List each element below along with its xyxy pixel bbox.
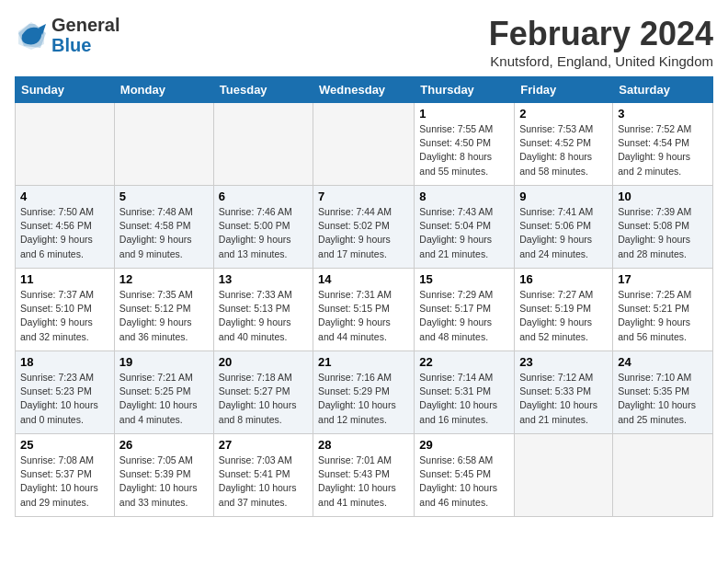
calendar-cell: 9Sunrise: 7:41 AM Sunset: 5:06 PM Daylig… [515,186,613,269]
day-info: Sunrise: 7:33 AM Sunset: 5:13 PM Dayligh… [219,288,308,344]
day-info: Sunrise: 7:01 AM Sunset: 5:43 PM Dayligh… [318,454,409,510]
weekday-header-thursday: Thursday [415,77,515,103]
day-info: Sunrise: 7:44 AM Sunset: 5:02 PM Dayligh… [318,205,409,261]
calendar-cell: 3Sunrise: 7:52 AM Sunset: 4:54 PM Daylig… [613,103,713,186]
calendar-cell: 17Sunrise: 7:25 AM Sunset: 5:21 PM Dayli… [613,269,713,351]
day-info: Sunrise: 7:10 AM Sunset: 5:35 PM Dayligh… [618,371,708,427]
day-info: Sunrise: 7:31 AM Sunset: 5:15 PM Dayligh… [318,288,409,344]
day-info: Sunrise: 7:18 AM Sunset: 5:27 PM Dayligh… [219,371,308,427]
calendar-cell: 20Sunrise: 7:18 AM Sunset: 5:27 PM Dayli… [213,351,313,434]
day-number: 13 [219,272,308,286]
day-number: 27 [219,438,308,452]
day-number: 6 [219,190,308,203]
day-info: Sunrise: 7:27 AM Sunset: 5:19 PM Dayligh… [519,288,608,344]
title-area: February 2024 Knutsford, England, United… [489,15,713,69]
day-number: 8 [419,190,509,203]
calendar-cell: 16Sunrise: 7:27 AM Sunset: 5:19 PM Dayli… [515,269,613,351]
day-info: Sunrise: 7:05 AM Sunset: 5:39 PM Dayligh… [119,454,209,510]
day-info: Sunrise: 7:48 AM Sunset: 4:58 PM Dayligh… [119,205,209,261]
logo-general-text: General [51,15,119,35]
logo-icon [15,18,48,52]
day-number: 19 [119,355,209,369]
day-info: Sunrise: 7:08 AM Sunset: 5:37 PM Dayligh… [20,454,109,510]
day-info: Sunrise: 7:29 AM Sunset: 5:17 PM Dayligh… [419,288,509,344]
day-info: Sunrise: 7:43 AM Sunset: 5:04 PM Dayligh… [419,205,509,261]
day-info: Sunrise: 7:35 AM Sunset: 5:12 PM Dayligh… [119,288,209,344]
calendar-cell: 25Sunrise: 7:08 AM Sunset: 5:37 PM Dayli… [16,434,115,517]
calendar-cell [213,103,313,186]
day-number: 14 [318,272,409,286]
day-number: 16 [519,272,608,286]
calendar-cell: 24Sunrise: 7:10 AM Sunset: 5:35 PM Dayli… [613,351,713,434]
day-number: 9 [519,190,608,203]
day-number: 20 [219,355,308,369]
calendar-cell: 23Sunrise: 7:12 AM Sunset: 5:33 PM Dayli… [515,351,613,434]
day-number: 23 [519,355,608,369]
day-info: Sunrise: 7:41 AM Sunset: 5:06 PM Dayligh… [519,205,608,261]
calendar-cell: 29Sunrise: 6:58 AM Sunset: 5:45 PM Dayli… [415,434,515,517]
day-info: Sunrise: 7:46 AM Sunset: 5:00 PM Dayligh… [219,205,308,261]
calendar-body: 1Sunrise: 7:55 AM Sunset: 4:50 PM Daylig… [16,103,713,517]
calendar-cell: 8Sunrise: 7:43 AM Sunset: 5:04 PM Daylig… [415,186,515,269]
calendar-cell: 1Sunrise: 7:55 AM Sunset: 4:50 PM Daylig… [415,103,515,186]
day-number: 11 [20,272,109,286]
calendar-cell [16,103,115,186]
day-info: Sunrise: 6:58 AM Sunset: 5:45 PM Dayligh… [419,454,509,510]
weekday-header-wednesday: Wednesday [313,77,415,103]
weekday-header-friday: Friday [515,77,613,103]
day-info: Sunrise: 7:37 AM Sunset: 5:10 PM Dayligh… [20,288,109,344]
day-info: Sunrise: 7:52 AM Sunset: 4:54 PM Dayligh… [618,122,708,178]
location-text: Knutsford, England, United Kingdom [489,53,713,69]
day-info: Sunrise: 7:53 AM Sunset: 4:52 PM Dayligh… [519,122,608,178]
weekday-header-sunday: Sunday [16,77,115,103]
day-number: 28 [318,438,409,452]
logo: General Blue [15,15,119,55]
calendar-cell [613,434,713,517]
calendar-week-row: 11Sunrise: 7:37 AM Sunset: 5:10 PM Dayli… [16,269,713,351]
calendar-cell: 18Sunrise: 7:23 AM Sunset: 5:23 PM Dayli… [16,351,115,434]
weekday-header-monday: Monday [114,77,213,103]
day-info: Sunrise: 7:16 AM Sunset: 5:29 PM Dayligh… [318,371,409,427]
calendar-cell: 4Sunrise: 7:50 AM Sunset: 4:56 PM Daylig… [16,186,115,269]
calendar-cell: 15Sunrise: 7:29 AM Sunset: 5:17 PM Dayli… [415,269,515,351]
day-number: 5 [119,190,209,203]
day-info: Sunrise: 7:14 AM Sunset: 5:31 PM Dayligh… [419,371,509,427]
calendar-cell: 19Sunrise: 7:21 AM Sunset: 5:25 PM Dayli… [114,351,213,434]
day-info: Sunrise: 7:39 AM Sunset: 5:08 PM Dayligh… [618,205,708,261]
calendar-cell: 26Sunrise: 7:05 AM Sunset: 5:39 PM Dayli… [114,434,213,517]
calendar-cell: 2Sunrise: 7:53 AM Sunset: 4:52 PM Daylig… [515,103,613,186]
calendar-cell: 22Sunrise: 7:14 AM Sunset: 5:31 PM Dayli… [415,351,515,434]
calendar-cell: 12Sunrise: 7:35 AM Sunset: 5:12 PM Dayli… [114,269,213,351]
day-number: 2 [519,107,608,121]
day-info: Sunrise: 7:12 AM Sunset: 5:33 PM Dayligh… [519,371,608,427]
calendar-cell: 6Sunrise: 7:46 AM Sunset: 5:00 PM Daylig… [213,186,313,269]
calendar-cell: 5Sunrise: 7:48 AM Sunset: 4:58 PM Daylig… [114,186,213,269]
day-number: 24 [618,355,708,369]
calendar-week-row: 25Sunrise: 7:08 AM Sunset: 5:37 PM Dayli… [16,434,713,517]
day-number: 21 [318,355,409,369]
day-number: 10 [618,190,708,203]
calendar-cell: 13Sunrise: 7:33 AM Sunset: 5:13 PM Dayli… [213,269,313,351]
day-number: 22 [419,355,509,369]
calendar-cell [515,434,613,517]
calendar-cell: 21Sunrise: 7:16 AM Sunset: 5:29 PM Dayli… [313,351,415,434]
day-info: Sunrise: 7:25 AM Sunset: 5:21 PM Dayligh… [618,288,708,344]
day-info: Sunrise: 7:21 AM Sunset: 5:25 PM Dayligh… [119,371,209,427]
day-info: Sunrise: 7:55 AM Sunset: 4:50 PM Dayligh… [419,122,509,178]
calendar-week-row: 4Sunrise: 7:50 AM Sunset: 4:56 PM Daylig… [16,186,713,269]
day-number: 17 [618,272,708,286]
day-number: 1 [419,107,509,121]
weekday-row: SundayMondayTuesdayWednesdayThursdayFrid… [16,77,713,103]
calendar-table: SundayMondayTuesdayWednesdayThursdayFrid… [15,76,713,517]
day-number: 7 [318,190,409,203]
calendar-week-row: 18Sunrise: 7:23 AM Sunset: 5:23 PM Dayli… [16,351,713,434]
calendar-cell [313,103,415,186]
calendar-cell: 28Sunrise: 7:01 AM Sunset: 5:43 PM Dayli… [313,434,415,517]
day-number: 29 [419,438,509,452]
day-info: Sunrise: 7:03 AM Sunset: 5:41 PM Dayligh… [219,454,308,510]
calendar-cell: 7Sunrise: 7:44 AM Sunset: 5:02 PM Daylig… [313,186,415,269]
header: General Blue February 2024 Knutsford, En… [15,15,713,69]
day-number: 25 [20,438,109,452]
day-info: Sunrise: 7:50 AM Sunset: 4:56 PM Dayligh… [20,205,109,261]
day-number: 4 [20,190,109,203]
